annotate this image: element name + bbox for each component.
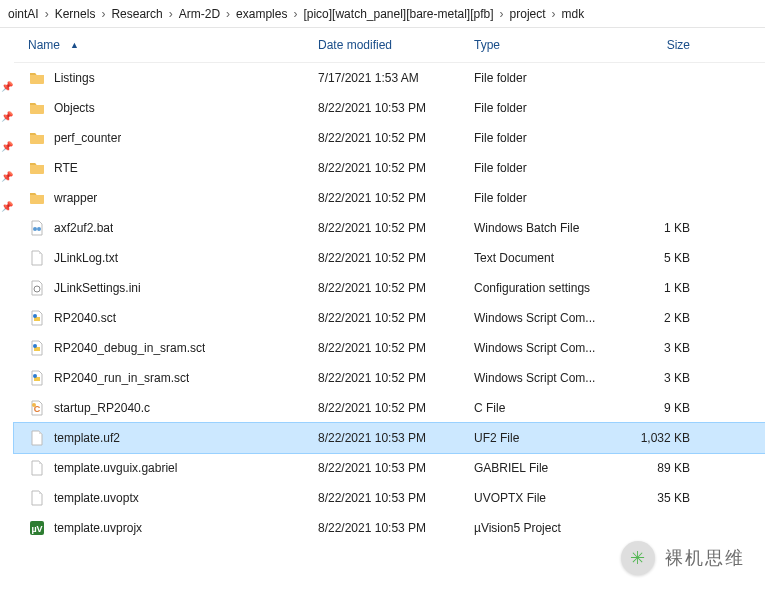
file-row[interactable]: axf2uf2.bat8/22/2021 10:52 PMWindows Bat… [14, 213, 765, 243]
file-row[interactable]: RP2040_run_in_sram.sct8/22/2021 10:52 PM… [14, 363, 765, 393]
chevron-right-icon: › [165, 7, 177, 21]
file-row[interactable]: Objects8/22/2021 10:53 PMFile folder [14, 93, 765, 123]
pin-gutter: 📌📌📌📌📌📌📌📌📌📌📌📌📌📌📌📌 [0, 28, 14, 593]
file-type: GABRIEL File [474, 461, 614, 475]
generic-icon [28, 429, 46, 447]
file-date: 8/22/2021 10:52 PM [318, 131, 474, 145]
column-header-name-label: Name [28, 38, 60, 52]
column-header-type[interactable]: Type [474, 38, 614, 52]
cfile-icon: C [28, 399, 46, 417]
sct-icon [28, 339, 46, 357]
file-date: 8/22/2021 10:53 PM [318, 431, 474, 445]
file-size: 3 KB [614, 371, 714, 385]
file-row[interactable]: wrapper8/22/2021 10:52 PMFile folder [14, 183, 765, 213]
file-type: Windows Script Com... [474, 341, 614, 355]
file-row[interactable]: µVtemplate.uvprojx8/22/2021 10:53 PMµVis… [14, 513, 765, 543]
column-header-date[interactable]: Date modified [318, 38, 474, 52]
column-header-size[interactable]: Size [614, 38, 714, 52]
sct-icon [28, 369, 46, 387]
file-row[interactable]: RP2040.sct8/22/2021 10:52 PMWindows Scri… [14, 303, 765, 333]
generic-icon [28, 489, 46, 507]
file-date: 8/22/2021 10:53 PM [318, 101, 474, 115]
breadcrumb[interactable]: ointAI›Kernels›Research›Arm-2D›examples›… [0, 0, 765, 28]
ini-icon [28, 279, 46, 297]
breadcrumb-item[interactable]: Arm-2D [177, 7, 222, 21]
file-row[interactable]: template.uf28/22/2021 10:53 PMUF2 File1,… [14, 423, 765, 453]
file-type: File folder [474, 71, 614, 85]
file-date: 8/22/2021 10:52 PM [318, 401, 474, 415]
file-type: File folder [474, 101, 614, 115]
pin-icon: 📌 [3, 72, 11, 102]
file-name: RTE [54, 161, 78, 175]
file-name: startup_RP2040.c [54, 401, 150, 415]
uvprojx-icon: µV [28, 519, 46, 537]
breadcrumb-item[interactable]: project [508, 7, 548, 21]
file-date: 8/22/2021 10:52 PM [318, 371, 474, 385]
file-row[interactable]: Listings7/17/2021 1:53 AMFile folder [14, 63, 765, 93]
txt-icon [28, 249, 46, 267]
file-type: C File [474, 401, 614, 415]
file-name: RP2040_run_in_sram.sct [54, 371, 189, 385]
file-date: 8/22/2021 10:52 PM [318, 311, 474, 325]
breadcrumb-item[interactable]: Kernels [53, 7, 98, 21]
file-name: axf2uf2.bat [54, 221, 113, 235]
breadcrumb-item[interactable]: [pico][watch_panel][bare-metal][pfb] [301, 7, 495, 21]
content-area: 📌📌📌📌📌📌📌📌📌📌📌📌📌📌📌📌 Name ▲ Date modified Ty… [0, 28, 765, 593]
file-name: RP2040_debug_in_sram.sct [54, 341, 205, 355]
svg-point-1 [37, 227, 41, 231]
svg-point-3 [33, 314, 37, 318]
watermark-text: 裸机思维 [665, 546, 745, 570]
file-name: perf_counter [54, 131, 121, 145]
file-type: Configuration settings [474, 281, 614, 295]
breadcrumb-item[interactable]: examples [234, 7, 289, 21]
file-name: template.uf2 [54, 431, 120, 445]
breadcrumb-item[interactable]: mdk [560, 7, 587, 21]
file-type: File folder [474, 161, 614, 175]
column-header-row: Name ▲ Date modified Type Size [14, 28, 765, 63]
file-row[interactable]: RP2040_debug_in_sram.sct8/22/2021 10:52 … [14, 333, 765, 363]
svg-point-4 [33, 344, 37, 348]
file-date: 8/22/2021 10:52 PM [318, 341, 474, 355]
file-row[interactable]: JLinkSettings.ini8/22/2021 10:52 PMConfi… [14, 273, 765, 303]
folder-icon [28, 189, 46, 207]
file-date: 8/22/2021 10:52 PM [318, 251, 474, 265]
file-type: UVOPTX File [474, 491, 614, 505]
column-header-name[interactable]: Name ▲ [28, 38, 318, 52]
generic-icon [28, 459, 46, 477]
file-type: File folder [474, 131, 614, 145]
file-size: 9 KB [614, 401, 714, 415]
folder-icon [28, 159, 46, 177]
file-size: 3 KB [614, 341, 714, 355]
file-size: 1,032 KB [614, 431, 714, 445]
file-row[interactable]: template.uvoptx8/22/2021 10:53 PMUVOPTX … [14, 483, 765, 513]
pin-icon: 📌 [3, 162, 11, 192]
watermark: ✳ 裸机思维 [621, 541, 745, 575]
svg-text:µV: µV [31, 524, 42, 534]
breadcrumb-item[interactable]: ointAI [6, 7, 41, 21]
file-row[interactable]: JLinkLog.txt8/22/2021 10:52 PMText Docum… [14, 243, 765, 273]
svg-point-0 [33, 227, 37, 231]
folder-icon [28, 129, 46, 147]
file-size: 2 KB [614, 311, 714, 325]
file-date: 7/17/2021 1:53 AM [318, 71, 474, 85]
file-name: template.uvguix.gabriel [54, 461, 177, 475]
file-name: wrapper [54, 191, 97, 205]
file-name: Objects [54, 101, 95, 115]
file-row[interactable]: RTE8/22/2021 10:52 PMFile folder [14, 153, 765, 183]
file-name: template.uvprojx [54, 521, 142, 535]
file-row[interactable]: template.uvguix.gabriel8/22/2021 10:53 P… [14, 453, 765, 483]
pin-icon: 📌 [3, 102, 11, 132]
file-name: template.uvoptx [54, 491, 139, 505]
file-type: Text Document [474, 251, 614, 265]
file-size: 89 KB [614, 461, 714, 475]
breadcrumb-item[interactable]: Research [109, 7, 164, 21]
wechat-icon: ✳ [621, 541, 655, 575]
pin-icon: 📌 [3, 192, 11, 222]
file-list[interactable]: Name ▲ Date modified Type Size Listings7… [14, 28, 765, 593]
file-date: 8/22/2021 10:53 PM [318, 491, 474, 505]
sort-caret-icon: ▲ [70, 40, 79, 50]
file-date: 8/22/2021 10:52 PM [318, 221, 474, 235]
file-row[interactable]: Cstartup_RP2040.c8/22/2021 10:52 PMC Fil… [14, 393, 765, 423]
chevron-right-icon: › [97, 7, 109, 21]
file-row[interactable]: perf_counter8/22/2021 10:52 PMFile folde… [14, 123, 765, 153]
